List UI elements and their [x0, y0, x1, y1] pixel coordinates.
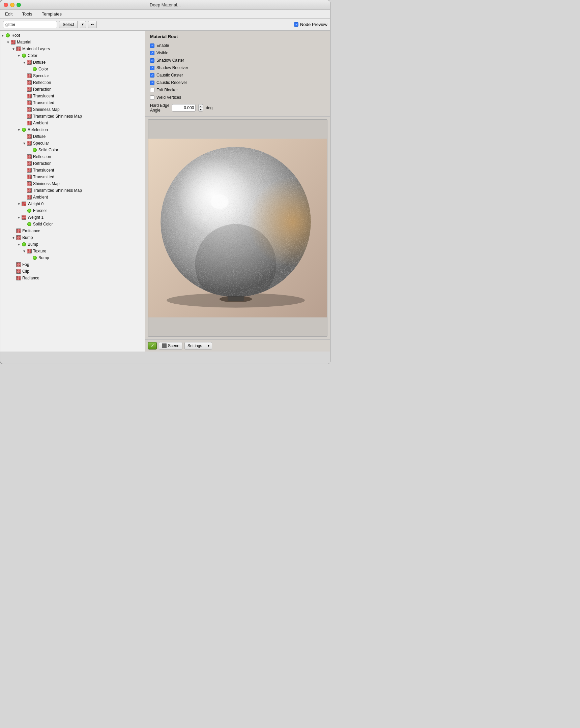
tree-item[interactable]: Clip: [0, 268, 145, 275]
spinner-down[interactable]: ▼: [198, 108, 203, 112]
circle-icon: [21, 242, 27, 247]
checkbox-caustic-receiver[interactable]: ✓: [150, 81, 154, 85]
tree-label: Color: [28, 53, 37, 58]
tree-item[interactable]: Shininess Map: [0, 106, 145, 113]
tree-item[interactable]: Radiance: [0, 275, 145, 281]
tree-item[interactable]: Reflection: [0, 79, 145, 86]
grid-icon: [27, 154, 32, 159]
tree-item[interactable]: Solid Color: [0, 221, 145, 228]
tree-label: Refraction: [33, 161, 52, 166]
property-row: ✓Caustic Receiver: [150, 79, 325, 86]
search-input[interactable]: [3, 21, 57, 28]
tree-item[interactable]: Diffuse: [0, 59, 145, 66]
tree-item[interactable]: Translucent: [0, 167, 145, 174]
tree-item[interactable]: Color: [0, 52, 145, 59]
tree-arrow[interactable]: [17, 128, 21, 132]
tree-item[interactable]: Material Layers: [0, 46, 145, 52]
grid-icon: [27, 87, 32, 92]
check-button[interactable]: ✓: [148, 342, 157, 349]
tree-arrow[interactable]: [17, 54, 21, 58]
tree-arrow[interactable]: [17, 202, 21, 206]
tree-item[interactable]: Transmitted: [0, 174, 145, 180]
tree-item[interactable]: Shininess Map: [0, 180, 145, 187]
tree-item[interactable]: Ambient: [0, 120, 145, 126]
tree-item[interactable]: Reflection: [0, 153, 145, 160]
tree-arrow[interactable]: [11, 47, 16, 51]
tree-item[interactable]: Specular: [0, 140, 145, 147]
select-button[interactable]: Select: [59, 21, 78, 28]
tree-item[interactable]: Ambient: [0, 194, 145, 201]
tree-label: Solid Color: [39, 148, 58, 152]
tree-item[interactable]: Bump: [0, 255, 145, 261]
grid-icon: [27, 167, 32, 173]
tree-label: Fresnel: [33, 208, 47, 213]
tree-panel[interactable]: RootMaterialMaterial LayersColorDiffuseC…: [0, 31, 145, 352]
grid-icon: [21, 201, 27, 207]
checkbox-shadow-caster[interactable]: ✓: [150, 58, 154, 63]
checkbox-visible[interactable]: ✓: [150, 51, 154, 55]
chevron-down-icon[interactable]: ▼: [205, 342, 212, 349]
property-row: ✓Caustic Caster: [150, 72, 325, 79]
hard-edge-angle-input[interactable]: [172, 104, 196, 111]
window-title: Deep Material...: [150, 2, 181, 7]
checkbox-weld-vertices[interactable]: [150, 95, 154, 100]
tree-item[interactable]: Refelection: [0, 126, 145, 133]
chevron-down-icon: ▼: [81, 23, 84, 26]
property-row: ✓Shadow Caster: [150, 57, 325, 64]
node-preview-area: ✓ Node Preview: [294, 22, 327, 27]
checkbox-shadow-receiver[interactable]: ✓: [150, 66, 154, 70]
tree-item[interactable]: Weight 1: [0, 214, 145, 221]
grid-icon: [27, 80, 32, 85]
settings-dropdown[interactable]: Settings ▼: [184, 342, 212, 349]
menu-tools[interactable]: Tools: [20, 11, 34, 17]
menu-edit[interactable]: Edit: [3, 11, 15, 17]
tree-arrow[interactable]: [11, 236, 16, 240]
tree-item[interactable]: Bump: [0, 234, 145, 241]
tree-item[interactable]: Texture: [0, 248, 145, 255]
tree-item[interactable]: Emittance: [0, 228, 145, 234]
tree-item[interactable]: Transmitted Shininess Map: [0, 113, 145, 120]
tree-arrow[interactable]: [22, 61, 27, 64]
node-preview-checkbox[interactable]: ✓: [294, 22, 298, 27]
tree-arrow[interactable]: [17, 243, 21, 246]
tree-item[interactable]: Fog: [0, 261, 145, 268]
angle-spinner[interactable]: ▲ ▼: [198, 104, 203, 111]
tree-item[interactable]: Specular: [0, 73, 145, 79]
tree-arrow[interactable]: [22, 250, 27, 253]
titlebar: Deep Material...: [0, 0, 330, 10]
tree-arrow[interactable]: [0, 34, 5, 37]
tree-item[interactable]: Refraction: [0, 160, 145, 167]
scene-button[interactable]: Scene: [159, 342, 182, 349]
tree-item[interactable]: Bump: [0, 241, 145, 248]
menu-templates[interactable]: Templates: [40, 11, 64, 17]
checkbox-exit-blocker[interactable]: [150, 88, 154, 92]
maximize-button[interactable]: [17, 3, 21, 7]
tree-arrow[interactable]: [17, 216, 21, 219]
grid-icon: [16, 235, 21, 240]
tree-item[interactable]: Solid Color: [0, 147, 145, 153]
tree-item[interactable]: Fresnel: [0, 207, 145, 214]
tree-item[interactable]: Weight 0: [0, 201, 145, 207]
close-button[interactable]: [4, 3, 8, 7]
spinner-up[interactable]: ▲: [198, 104, 203, 108]
tree-item[interactable]: Material: [0, 39, 145, 46]
tree-arrow[interactable]: [22, 141, 27, 145]
grid-icon: [27, 107, 32, 112]
tree-item[interactable]: Color: [0, 66, 145, 73]
tree-item[interactable]: Diffuse: [0, 133, 145, 140]
grid-icon: [27, 174, 32, 180]
tree-label: Transmitted: [33, 100, 54, 105]
tree-item[interactable]: Root: [0, 32, 145, 39]
checkbox-enable[interactable]: ✓: [150, 44, 154, 48]
eyedropper-button[interactable]: ✒: [88, 21, 97, 28]
tree-item[interactable]: Translucent: [0, 93, 145, 99]
minimize-button[interactable]: [10, 3, 15, 7]
tree-arrow[interactable]: [6, 41, 10, 44]
select-dropdown-arrow[interactable]: ▼: [80, 21, 86, 28]
checkbox-caustic-caster[interactable]: ✓: [150, 73, 154, 78]
tree-item[interactable]: Transmitted Shininess Map: [0, 187, 145, 194]
grid-icon: [27, 93, 32, 99]
tree-item[interactable]: Transmitted: [0, 99, 145, 106]
circle-icon: [32, 147, 37, 153]
tree-item[interactable]: Refraction: [0, 86, 145, 93]
